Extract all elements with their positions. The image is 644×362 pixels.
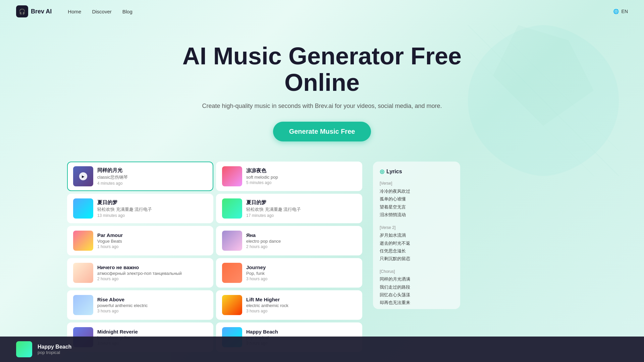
music-title: 同样的月光 xyxy=(97,167,207,174)
music-time: 1 hours ago xyxy=(97,244,207,249)
music-time: 17 minutes ago xyxy=(246,213,356,218)
lyrics-section: [Chorus]同样的月光洒满我们走过的路段回忆在心头荡漾却再也无法重来 xyxy=(380,268,453,307)
music-item[interactable]: 凉凉夜色 soft melodic pop 5 minutes ago xyxy=(216,162,362,191)
player-genre: pop tropical xyxy=(38,350,628,355)
music-item[interactable]: 夏日的梦 轻松欢快 充满重趣 流行电子 17 minutes ago xyxy=(216,194,362,223)
lyrics-panel: ◎ Lyrics [Verse]冷冷的夜风吹过孤单的心谁懂望着星空无言泪水悄悄流… xyxy=(373,162,460,309)
music-item[interactable]: Яна electro pop dance 2 hours ago xyxy=(216,226,362,255)
music-time: 2 hours ago xyxy=(246,244,356,249)
lyrics-section-label: [Chorus] xyxy=(380,268,453,276)
lyrics-section: [Verse]冷冷的夜风吹过孤单的心谁懂望着星空无言泪水悄悄流动 xyxy=(380,180,453,219)
music-info: Par Amour Vogue Beats 1 hours ago xyxy=(97,232,207,249)
music-thumbnail xyxy=(222,295,242,315)
bottom-player: Happy Beach pop tropical xyxy=(0,337,644,362)
music-thumbnail xyxy=(73,263,93,283)
music-time: 2 hours ago xyxy=(97,277,207,281)
music-item[interactable]: Journey Pop, funk 3 hours ago xyxy=(216,258,362,288)
lyrics-line: 同样的月光洒满 xyxy=(380,275,453,283)
music-title: Journey xyxy=(246,264,356,270)
music-info: Ничего не важно атмосферный электро-поп … xyxy=(97,264,207,281)
music-item[interactable]: Par Amour Vogue Beats 1 hours ago xyxy=(67,226,213,255)
music-thumbnail xyxy=(222,166,242,186)
lyrics-line: 岁月如水流淌 xyxy=(380,231,453,239)
lyrics-line: 只剩沉默的留恋 xyxy=(380,255,453,262)
nav-home[interactable]: Home xyxy=(68,9,81,14)
music-genre: electro pop dance xyxy=(246,239,356,244)
logo-icon: 🎧 xyxy=(16,5,28,17)
music-title: 夏日的梦 xyxy=(246,199,356,206)
music-genre: 轻松欢快 充满重趣 流行电子 xyxy=(246,206,356,213)
player-info: Happy Beach pop tropical xyxy=(38,344,628,355)
logo[interactable]: 🎧 Brev AI xyxy=(16,5,52,17)
music-title: Par Amour xyxy=(97,232,207,238)
lyrics-title: ◎ Lyrics xyxy=(380,168,453,175)
lyrics-line: 孤单的心谁懂 xyxy=(380,195,453,203)
music-info: 夏日的梦 轻松欢快 充满重趣 流行电子 13 minutes ago xyxy=(97,199,207,218)
music-info: Journey Pop, funk 3 hours ago xyxy=(246,264,356,281)
lyrics-line: 望着星空无言 xyxy=(380,203,453,211)
play-icon: ▶ xyxy=(79,172,87,180)
music-thumbnail xyxy=(73,198,93,219)
lyrics-line: 回忆在心头荡漾 xyxy=(380,291,453,299)
hero-subtitle: Create high-quality music in seconds wit… xyxy=(16,103,628,110)
header: 🎧 Brev AI Home Discover Blog 🌐 EN xyxy=(0,0,644,23)
music-genre: атмосферный электро-поп танцевальный xyxy=(97,271,207,276)
player-thumbnail xyxy=(16,341,32,357)
music-title: Midnight Reverie xyxy=(97,329,207,335)
lyrics-line: 泪水悄悄流动 xyxy=(380,211,453,219)
player-title: Happy Beach xyxy=(38,344,628,350)
music-title: Happy Beach xyxy=(246,329,356,335)
music-info: 凉凉夜色 soft melodic pop 5 minutes ago xyxy=(246,168,356,185)
music-thumbnail xyxy=(222,263,242,283)
lyrics-line: 任凭思念滋长 xyxy=(380,247,453,255)
nav: Home Discover Blog xyxy=(68,9,132,14)
music-info: Яна electro pop dance 2 hours ago xyxy=(246,232,356,249)
music-time: 3 hours ago xyxy=(246,309,356,313)
lyrics-section: [Verse 2]岁月如水流淌逝去的时光不返任凭思念滋长只剩沉默的留恋 xyxy=(380,224,453,263)
music-title: Ничего не важно xyxy=(97,264,207,270)
music-item[interactable]: 夏日的梦 轻松欢快 充满重趣 流行电子 13 minutes ago xyxy=(67,194,213,223)
language-label: EN xyxy=(622,9,628,14)
music-info: 同样的月光 classic悲伤钢琴 4 minutes ago xyxy=(97,167,207,186)
language-selector[interactable]: 🌐 EN xyxy=(613,9,628,14)
music-thumbnail xyxy=(222,198,242,219)
music-list: ▶ 同样的月光 classic悲伤钢琴 4 minutes ago 凉凉夜色 s… xyxy=(67,162,362,352)
music-thumbnail xyxy=(73,231,93,251)
nav-discover[interactable]: Discover xyxy=(92,9,111,14)
music-genre: 轻松欢快 充满重趣 流行电子 xyxy=(97,206,207,213)
music-genre: Pop, funk xyxy=(246,271,356,276)
nav-blog[interactable]: Blog xyxy=(122,9,132,14)
music-time: 13 minutes ago xyxy=(97,213,207,218)
music-thumbnail xyxy=(222,231,242,251)
music-genre: soft melodic pop xyxy=(246,175,356,180)
lyrics-heading: Lyrics xyxy=(386,169,402,175)
music-thumbnail xyxy=(73,295,93,315)
music-time: 3 hours ago xyxy=(246,277,356,281)
music-thumbnail: ▶ xyxy=(73,166,93,186)
music-genre: Vogue Beats xyxy=(97,239,207,244)
generate-music-button[interactable]: Generate Music Free xyxy=(273,122,371,141)
music-info: Rise Above powerful anthemic electric 3 … xyxy=(97,297,207,313)
lyrics-section-label: [Verse 2] xyxy=(380,224,453,232)
lyrics-section-label: [Verse] xyxy=(380,180,453,187)
music-time: 5 minutes ago xyxy=(246,180,356,185)
music-title: Rise Above xyxy=(97,297,207,302)
lyrics-content: [Verse]冷冷的夜风吹过孤单的心谁懂望着星空无言泪水悄悄流动[Verse 2… xyxy=(380,180,453,309)
music-title: 夏日的梦 xyxy=(97,199,207,206)
music-item[interactable]: Ничего не важно атмосферный электро-поп … xyxy=(67,258,213,288)
play-overlay: ▶ xyxy=(73,166,93,186)
lyrics-line: 我们走过的路段 xyxy=(380,283,453,291)
lyrics-line: 逝去的时光不返 xyxy=(380,239,453,247)
music-genre: classic悲伤钢琴 xyxy=(97,174,207,180)
music-item[interactable]: Lift Me Higher electric anthemic rock 3 … xyxy=(216,290,362,320)
lyrics-line: 冷冷的夜风吹过 xyxy=(380,187,453,195)
music-item[interactable]: Rise Above powerful anthemic electric 3 … xyxy=(67,290,213,320)
music-time: 3 hours ago xyxy=(97,309,207,313)
music-info: Lift Me Higher electric anthemic rock 3 … xyxy=(246,297,356,313)
music-genre: powerful anthemic electric xyxy=(97,303,207,308)
lyrics-icon: ◎ xyxy=(380,168,384,175)
music-title: Lift Me Higher xyxy=(246,297,356,302)
music-item[interactable]: ▶ 同样的月光 classic悲伤钢琴 4 minutes ago xyxy=(67,162,213,191)
logo-text: Brev AI xyxy=(31,8,52,15)
music-info: 夏日的梦 轻松欢快 充满重趣 流行电子 17 minutes ago xyxy=(246,199,356,218)
